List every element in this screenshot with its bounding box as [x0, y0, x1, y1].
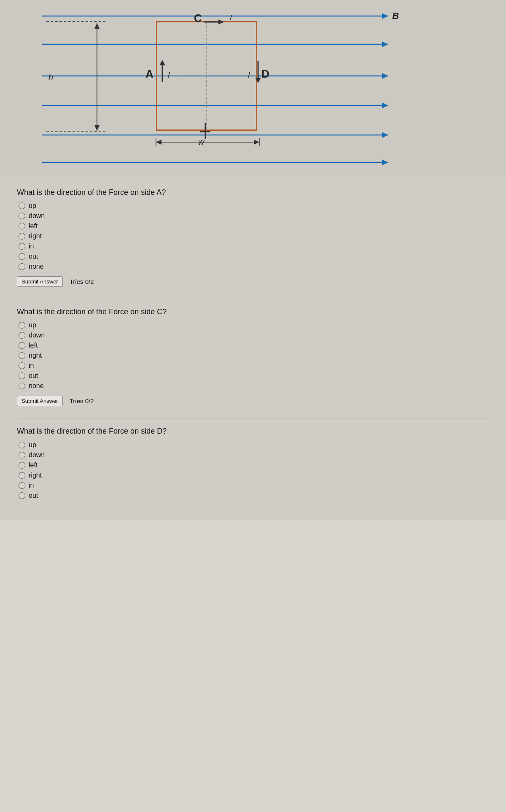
option-label-C-down: down	[29, 332, 45, 339]
option-A-down[interactable]: down	[19, 212, 489, 220]
svg-marker-28	[156, 140, 161, 145]
option-C-up[interactable]: up	[19, 321, 489, 329]
radio-circle-A-out[interactable]	[19, 253, 25, 260]
submit-row-A: Submit Answer Tries 0/2	[17, 276, 489, 287]
option-label-C-none: none	[29, 382, 44, 390]
submit-button-A[interactable]: Submit Answer	[17, 276, 63, 287]
radio-circle-D-up[interactable]	[19, 442, 25, 448]
svg-marker-3	[382, 41, 388, 47]
option-D-down[interactable]: down	[19, 451, 489, 459]
svg-marker-5	[382, 73, 388, 79]
svg-marker-13	[94, 23, 100, 29]
label-I-A: I	[168, 71, 170, 80]
option-C-in[interactable]: in	[19, 362, 489, 370]
option-label-A-down: down	[29, 212, 45, 220]
svg-marker-20	[218, 19, 224, 24]
radio-group-D: up down left right in	[19, 441, 489, 499]
label-C: C	[194, 12, 202, 25]
option-label-D-up: up	[29, 441, 36, 449]
radio-circle-A-in[interactable]	[19, 243, 25, 250]
option-A-out[interactable]: out	[19, 253, 489, 260]
w-dim-svg	[154, 136, 261, 148]
radio-circle-C-in[interactable]	[19, 362, 25, 369]
label-h: h	[48, 73, 53, 82]
radio-circle-C-down[interactable]	[19, 332, 25, 339]
option-C-none[interactable]: none	[19, 382, 489, 390]
diagram-area: B h	[105, 8, 401, 173]
option-D-left[interactable]: left	[19, 461, 489, 469]
radio-circle-A-left[interactable]	[19, 223, 25, 229]
radio-circle-D-right[interactable]	[19, 472, 25, 479]
option-A-right[interactable]: right	[19, 232, 489, 240]
option-D-out[interactable]: out	[19, 492, 489, 499]
option-label-A-out: out	[29, 253, 38, 260]
label-I-D: I	[248, 71, 250, 80]
diagram-container: B h	[0, 0, 506, 177]
option-label-C-out: out	[29, 372, 38, 380]
tries-A: Tries 0/2	[70, 278, 94, 285]
page-wrapper: B h	[0, 0, 506, 520]
option-label-A-up: up	[29, 202, 36, 210]
option-C-right[interactable]: right	[19, 352, 489, 359]
radio-circle-D-in[interactable]	[19, 482, 25, 489]
option-label-A-in: in	[29, 243, 34, 250]
label-I-top: I	[230, 13, 232, 22]
radio-circle-C-none[interactable]	[19, 383, 25, 389]
question-block-C: What is the direction of the Force on si…	[17, 307, 489, 406]
radio-circle-C-left[interactable]	[19, 342, 25, 349]
radio-circle-A-down[interactable]	[19, 213, 25, 219]
option-label-A-none: none	[29, 263, 44, 270]
arrow-C-svg	[202, 18, 227, 26]
radio-group-A: up down left right in	[19, 202, 489, 270]
option-C-left[interactable]: left	[19, 342, 489, 349]
option-label-C-left: left	[29, 342, 38, 349]
option-label-D-right: right	[29, 472, 42, 479]
radio-circle-C-right[interactable]	[19, 352, 25, 359]
label-w: w	[198, 137, 204, 147]
radio-circle-C-up[interactable]	[19, 322, 25, 329]
submit-row-C: Submit Answer Tries 0/2	[17, 396, 489, 406]
svg-marker-7	[382, 103, 388, 108]
option-label-A-left: left	[29, 222, 38, 230]
option-A-none[interactable]: none	[19, 263, 489, 270]
option-D-up[interactable]: up	[19, 441, 489, 449]
question-block-A: What is the direction of the Force on si…	[17, 187, 489, 287]
option-label-C-up: up	[29, 321, 36, 329]
tries-C: Tries 0/2	[70, 397, 94, 405]
option-D-right[interactable]: right	[19, 472, 489, 479]
divider-1	[17, 299, 489, 299]
radio-circle-A-right[interactable]	[19, 233, 25, 240]
option-D-in[interactable]: in	[19, 482, 489, 489]
h-arrow-svg	[93, 21, 101, 133]
option-label-C-in: in	[29, 362, 34, 370]
radio-circle-D-out[interactable]	[19, 492, 25, 499]
label-A: A	[145, 67, 153, 81]
option-label-A-right: right	[29, 232, 42, 240]
radio-circle-A-up[interactable]	[19, 202, 25, 209]
svg-marker-11	[382, 159, 388, 165]
option-label-D-left: left	[29, 461, 38, 469]
option-C-out[interactable]: out	[19, 372, 489, 380]
radio-circle-D-left[interactable]	[19, 462, 25, 469]
option-label-D-out: out	[29, 492, 38, 499]
submit-button-C[interactable]: Submit Answer	[17, 396, 63, 406]
question-block-D: What is the direction of the Force on si…	[17, 426, 489, 499]
option-C-down[interactable]: down	[19, 332, 489, 339]
question-text-C: What is the direction of the Force on si…	[17, 307, 489, 317]
label-D: D	[261, 67, 269, 81]
questions-section: What is the direction of the Force on si…	[0, 177, 506, 520]
option-A-left[interactable]: left	[19, 222, 489, 230]
radio-circle-D-down[interactable]	[19, 452, 25, 459]
question-text-D: What is the direction of the Force on si…	[17, 426, 489, 437]
option-A-up[interactable]: up	[19, 202, 489, 210]
center-lines-svg	[156, 21, 257, 131]
radio-circle-C-out[interactable]	[19, 372, 25, 379]
svg-marker-18	[159, 60, 165, 65]
svg-marker-14	[94, 125, 100, 131]
radio-circle-A-none[interactable]	[19, 263, 25, 270]
arrow-A-svg	[158, 59, 167, 84]
option-label-D-down: down	[29, 451, 45, 459]
radio-group-C: up down left right in	[19, 321, 489, 390]
option-A-in[interactable]: in	[19, 243, 489, 250]
option-label-C-right: right	[29, 352, 42, 359]
